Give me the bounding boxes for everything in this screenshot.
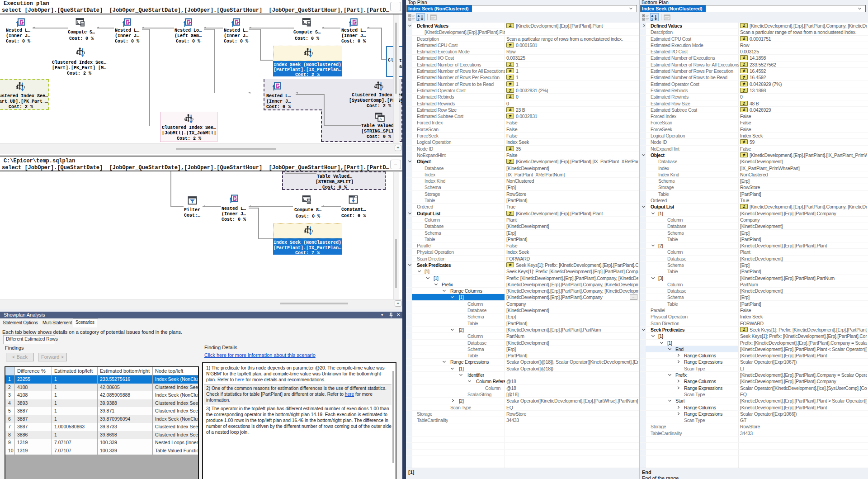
svg-text:Z: Z <box>417 18 420 21</box>
svg-text:Z: Z <box>651 18 653 21</box>
